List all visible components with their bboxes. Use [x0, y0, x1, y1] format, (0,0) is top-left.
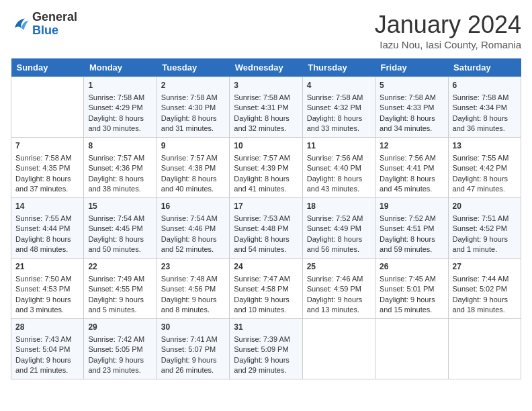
sunset-text: Sunset: 4:59 PM — [307, 285, 361, 293]
calendar-week-4: 21Sunrise: 7:50 AMSunset: 4:53 PMDayligh… — [11, 259, 521, 319]
calendar-cell — [375, 319, 448, 379]
day-number: 5 — [380, 80, 443, 91]
daylight-text: Daylight: 8 hours and 47 minutes. — [453, 175, 508, 193]
sunrise-text: Sunrise: 7:52 AM — [307, 214, 363, 222]
sunset-text: Sunset: 4:33 PM — [380, 103, 434, 111]
header-sunday: Sunday — [11, 58, 84, 77]
sunset-text: Sunset: 4:49 PM — [307, 224, 361, 232]
calendar-week-5: 28Sunrise: 7:43 AMSunset: 5:04 PMDayligh… — [11, 319, 521, 379]
calendar-cell: 4Sunrise: 7:58 AMSunset: 4:32 PMDaylight… — [302, 77, 375, 138]
daylight-text: Daylight: 8 hours and 34 minutes. — [380, 114, 435, 132]
sunset-text: Sunset: 4:36 PM — [88, 164, 142, 172]
calendar-cell: 18Sunrise: 7:52 AMSunset: 4:49 PMDayligh… — [302, 198, 375, 259]
daylight-text: Daylight: 8 hours and 33 minutes. — [307, 114, 363, 132]
daylight-text: Daylight: 9 hours and 18 minutes. — [453, 295, 508, 314]
sunrise-text: Sunrise: 7:51 AM — [453, 214, 509, 222]
sunrise-text: Sunrise: 7:57 AM — [88, 154, 144, 162]
sunrise-text: Sunrise: 7:42 AM — [88, 335, 144, 343]
day-number: 8 — [88, 140, 152, 152]
day-number: 22 — [88, 261, 152, 273]
sunrise-text: Sunrise: 7:57 AM — [234, 154, 290, 162]
sunset-text: Sunset: 4:52 PM — [453, 224, 507, 232]
daylight-text: Daylight: 8 hours and 38 minutes. — [88, 175, 144, 193]
calendar-cell: 3Sunrise: 7:58 AMSunset: 4:31 PMDaylight… — [230, 77, 302, 138]
location: Iazu Nou, Iasi County, Romania — [375, 39, 521, 50]
sunrise-text: Sunrise: 7:41 AM — [161, 335, 218, 343]
day-number: 30 — [161, 322, 225, 333]
daylight-text: Daylight: 8 hours and 59 minutes. — [380, 235, 435, 253]
sunrise-text: Sunrise: 7:58 AM — [161, 93, 218, 101]
day-number: 15 — [88, 201, 152, 212]
day-number: 16 — [161, 201, 225, 212]
day-number: 6 — [453, 80, 517, 91]
day-number: 24 — [234, 261, 298, 273]
calendar-cell: 24Sunrise: 7:47 AMSunset: 4:58 PMDayligh… — [230, 259, 302, 319]
day-number: 21 — [15, 261, 79, 273]
calendar-cell: 10Sunrise: 7:57 AMSunset: 4:39 PMDayligh… — [230, 138, 302, 198]
calendar-cell: 16Sunrise: 7:54 AMSunset: 4:46 PMDayligh… — [157, 198, 229, 259]
sunset-text: Sunset: 5:04 PM — [15, 345, 70, 353]
calendar-cell: 5Sunrise: 7:58 AMSunset: 4:33 PMDaylight… — [375, 77, 448, 138]
calendar-cell: 31Sunrise: 7:39 AMSunset: 5:09 PMDayligh… — [230, 319, 302, 379]
day-number: 7 — [15, 140, 79, 152]
day-number: 3 — [234, 80, 298, 91]
sunrise-text: Sunrise: 7:44 AM — [453, 275, 509, 283]
sunset-text: Sunset: 4:48 PM — [234, 224, 288, 232]
calendar-week-3: 14Sunrise: 7:55 AMSunset: 4:44 PMDayligh… — [11, 198, 521, 259]
daylight-text: Daylight: 9 hours and 23 minutes. — [88, 356, 144, 374]
sunrise-text: Sunrise: 7:45 AM — [380, 275, 436, 283]
sunrise-text: Sunrise: 7:52 AM — [380, 214, 436, 222]
daylight-text: Daylight: 9 hours and 5 minutes. — [88, 295, 144, 314]
sunrise-text: Sunrise: 7:58 AM — [88, 93, 144, 101]
calendar-cell: 13Sunrise: 7:55 AMSunset: 4:42 PMDayligh… — [448, 138, 521, 198]
calendar-cell: 11Sunrise: 7:56 AMSunset: 4:40 PMDayligh… — [302, 138, 375, 198]
calendar-cell: 21Sunrise: 7:50 AMSunset: 4:53 PMDayligh… — [11, 259, 84, 319]
month-title: January 2024 — [375, 11, 521, 39]
calendar-week-2: 7Sunrise: 7:58 AMSunset: 4:35 PMDaylight… — [11, 138, 521, 198]
daylight-text: Daylight: 9 hours and 8 minutes. — [161, 295, 217, 314]
daylight-text: Daylight: 9 hours and 10 minutes. — [234, 295, 290, 314]
daylight-text: Daylight: 8 hours and 56 minutes. — [307, 235, 363, 253]
daylight-text: Daylight: 9 hours and 15 minutes. — [380, 295, 435, 314]
calendar-week-1: 1Sunrise: 7:58 AMSunset: 4:29 PMDaylight… — [11, 77, 521, 138]
day-number: 10 — [234, 140, 298, 152]
day-number: 25 — [307, 261, 371, 273]
day-number: 14 — [15, 201, 79, 212]
daylight-text: Daylight: 8 hours and 40 minutes. — [161, 175, 217, 193]
daylight-text: Daylight: 9 hours and 21 minutes. — [15, 356, 71, 374]
sunrise-text: Sunrise: 7:54 AM — [161, 214, 218, 222]
day-number: 19 — [380, 201, 443, 212]
header-friday: Friday — [375, 58, 448, 77]
calendar-cell: 30Sunrise: 7:41 AMSunset: 5:07 PMDayligh… — [157, 319, 229, 379]
day-number: 20 — [453, 201, 517, 212]
calendar-cell — [448, 319, 521, 379]
calendar-header-row: SundayMondayTuesdayWednesdayThursdayFrid… — [11, 58, 521, 77]
sunrise-text: Sunrise: 7:57 AM — [161, 154, 218, 162]
daylight-text: Daylight: 8 hours and 32 minutes. — [234, 114, 290, 132]
sunrise-text: Sunrise: 7:50 AM — [15, 275, 72, 283]
calendar-cell: 23Sunrise: 7:48 AMSunset: 4:56 PMDayligh… — [157, 259, 229, 319]
calendar-cell: 20Sunrise: 7:51 AMSunset: 4:52 PMDayligh… — [448, 198, 521, 259]
day-number: 26 — [380, 261, 443, 273]
calendar-cell: 1Sunrise: 7:58 AMSunset: 4:29 PMDaylight… — [84, 77, 157, 138]
logo-general: General — [32, 10, 77, 24]
sunset-text: Sunset: 4:51 PM — [380, 224, 434, 232]
sunrise-text: Sunrise: 7:53 AM — [234, 214, 290, 222]
sunrise-text: Sunrise: 7:55 AM — [453, 154, 509, 162]
calendar-cell — [11, 77, 84, 138]
sunset-text: Sunset: 4:29 PM — [88, 103, 142, 111]
daylight-text: Daylight: 8 hours and 45 minutes. — [380, 175, 435, 193]
sunset-text: Sunset: 4:35 PM — [15, 164, 70, 172]
day-number: 13 — [453, 140, 517, 152]
sunrise-text: Sunrise: 7:58 AM — [234, 93, 290, 101]
sunset-text: Sunset: 4:31 PM — [234, 103, 288, 111]
sunset-text: Sunset: 4:55 PM — [88, 285, 142, 293]
calendar-cell: 8Sunrise: 7:57 AMSunset: 4:36 PMDaylight… — [84, 138, 157, 198]
calendar-cell — [302, 319, 375, 379]
day-number: 28 — [15, 322, 79, 333]
sunset-text: Sunset: 5:09 PM — [234, 345, 288, 353]
calendar-cell: 14Sunrise: 7:55 AMSunset: 4:44 PMDayligh… — [11, 198, 84, 259]
calendar-cell: 27Sunrise: 7:44 AMSunset: 5:02 PMDayligh… — [448, 259, 521, 319]
daylight-text: Daylight: 9 hours and 3 minutes. — [15, 295, 71, 314]
daylight-text: Daylight: 8 hours and 48 minutes. — [15, 235, 71, 253]
